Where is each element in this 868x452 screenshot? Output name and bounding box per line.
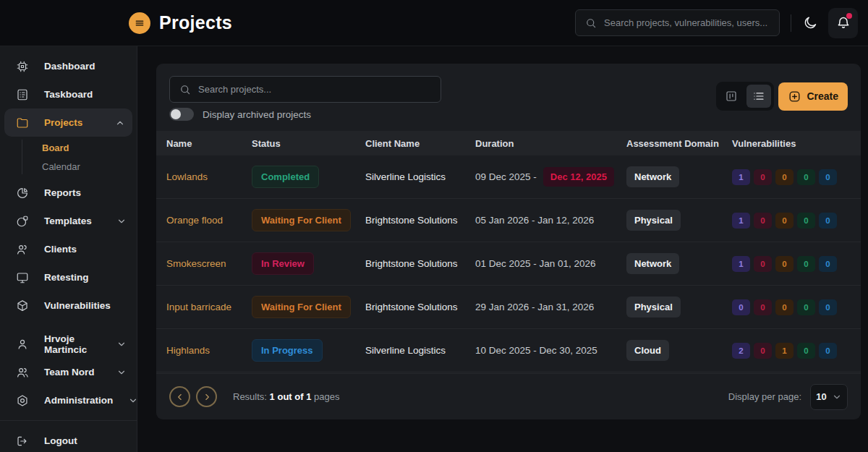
vulnerability-counts: 0 0 0 0 0	[732, 299, 861, 315]
project-name[interactable]: Lowlands	[166, 171, 252, 182]
domain-badge: Physical	[626, 297, 681, 317]
view-toggle-group	[716, 82, 774, 111]
panel-controls: Create	[716, 82, 848, 111]
moon-icon	[803, 15, 818, 30]
page-title: Projects	[159, 12, 232, 33]
main-content: Display archived projects	[137, 46, 868, 452]
vuln-high-count: 0	[754, 213, 772, 229]
project-name[interactable]: Highlands	[166, 345, 252, 356]
vulnerability-counts: 1 0 0 0 0	[732, 256, 861, 272]
sidebar: Dashboard Taskboard Projects Board Calen…	[0, 46, 137, 452]
sidebar-item-logout[interactable]: Logout	[0, 427, 137, 452]
theme-toggle-button[interactable]	[800, 12, 821, 33]
column-header-client: Client Name	[365, 138, 475, 149]
plus-square-icon	[788, 90, 801, 103]
archived-toggle[interactable]	[169, 108, 194, 121]
kanban-view-button[interactable]	[719, 85, 744, 108]
search-icon	[584, 17, 597, 30]
per-page-select[interactable]: 10	[810, 384, 848, 410]
create-button[interactable]: Create	[778, 82, 848, 111]
sidebar-divider	[0, 420, 137, 421]
vuln-info-count: 0	[819, 213, 837, 229]
per-page-label: Display per page:	[728, 391, 801, 402]
chevron-down-icon	[116, 339, 127, 349]
topbar-right	[575, 8, 858, 38]
vuln-info-count: 0	[819, 256, 837, 272]
table-row[interactable]: Lowlands Completed Silverline Logistics …	[156, 155, 861, 199]
chevron-down-icon	[116, 216, 127, 226]
sidebar-item-templates[interactable]: Templates	[0, 207, 137, 235]
notifications-button[interactable]	[828, 8, 858, 38]
project-name[interactable]: Smokescreen	[166, 258, 252, 269]
vuln-medium-count: 0	[775, 169, 793, 185]
projects-submenu: Board Calendar	[0, 137, 137, 177]
global-search-input[interactable]	[604, 17, 770, 28]
vuln-low-count: 0	[797, 299, 815, 315]
vuln-info-count: 0	[819, 343, 837, 359]
vulnerability-counts: 1 0 0 0 0	[732, 169, 861, 185]
sidebar-item-administration[interactable]: Administration	[0, 386, 137, 414]
sidebar-item-dashboard[interactable]: Dashboard	[0, 52, 137, 80]
vuln-critical-count: 1	[732, 169, 750, 185]
duration-cell: 29 Jan 2026 - Jan 31, 2026	[475, 302, 626, 312]
chevron-left-icon	[175, 392, 185, 402]
client-name: Brightstone Solutions	[365, 215, 475, 226]
sidebar-item-clients[interactable]: Clients	[0, 235, 137, 263]
duration-cell: 01 Dec 2025 - Jan 01, 2026	[475, 258, 626, 269]
per-page-control: Display per page: 10	[728, 384, 848, 410]
taskboard-icon	[16, 88, 29, 101]
sidebar-item-reports[interactable]: Reports	[0, 179, 137, 207]
menu-button[interactable]	[129, 12, 150, 34]
column-header-domain: Assessment Domain	[626, 138, 732, 149]
prev-page-button[interactable]	[169, 386, 190, 407]
vuln-info-count: 0	[819, 169, 837, 185]
list-view-button[interactable]	[746, 85, 771, 108]
archived-toggle-row: Display archived projects	[169, 108, 311, 121]
sidebar-item-projects[interactable]: Projects	[4, 108, 132, 137]
chevron-right-icon	[202, 392, 212, 402]
sidebar-item-team[interactable]: Team Nord	[0, 358, 137, 386]
table-row[interactable]: Smokescreen In Review Brightstone Soluti…	[156, 242, 861, 286]
chevron-down-icon	[128, 396, 138, 406]
sidebar-item-vulnerabilities[interactable]: Vulnerabilities	[0, 291, 137, 320]
vuln-high-count: 0	[754, 256, 772, 272]
vuln-medium-count: 1	[775, 343, 793, 359]
vuln-critical-count: 2	[732, 343, 750, 359]
column-header-vulnerabilities: Vulnerabilities	[732, 138, 861, 149]
results-suffix: pages	[314, 391, 339, 402]
gear-icon	[16, 394, 29, 407]
monitor-icon	[16, 271, 29, 284]
vulnerability-counts: 2 0 1 0 0	[732, 343, 861, 359]
logout-icon	[16, 435, 29, 448]
results-count: 1 out of 1	[270, 391, 312, 402]
sidebar-item-taskboard[interactable]: Taskboard	[0, 80, 137, 108]
pie-chart-icon	[16, 187, 29, 200]
users-icon	[16, 243, 29, 256]
vuln-info-count: 0	[819, 299, 837, 315]
sidebar-item-retesting[interactable]: Retesting	[0, 263, 137, 291]
next-page-button[interactable]	[196, 386, 217, 407]
vuln-low-count: 0	[797, 343, 815, 359]
sidebar-item-board[interactable]: Board	[42, 138, 137, 157]
table-row[interactable]: Input barricade Waiting For Client Brigh…	[156, 286, 861, 329]
projects-search-input[interactable]	[198, 84, 432, 95]
vuln-high-count: 0	[754, 299, 772, 315]
vuln-low-count: 0	[797, 256, 815, 272]
sidebar-item-user[interactable]: Hrvoje Martincic	[0, 330, 137, 358]
vuln-critical-count: 1	[732, 213, 750, 229]
column-header-duration: Duration	[475, 138, 626, 149]
divider	[791, 14, 791, 32]
project-name[interactable]: Input barricade	[166, 302, 252, 312]
table-row[interactable]: Orange flood Waiting For Client Brightst…	[156, 199, 861, 242]
status-badge: In Progress	[252, 339, 323, 362]
domain-badge: Cloud	[626, 340, 669, 361]
archived-toggle-label: Display archived projects	[203, 109, 311, 120]
vuln-medium-count: 0	[775, 213, 793, 229]
vulnerability-counts: 1 0 0 0 0	[732, 213, 861, 229]
sidebar-item-calendar[interactable]: Calendar	[42, 157, 137, 176]
toggle-knob	[171, 109, 181, 119]
project-name[interactable]: Orange flood	[166, 215, 252, 226]
vuln-low-count: 0	[797, 169, 815, 185]
chevron-down-icon	[832, 392, 842, 402]
table-row[interactable]: Highlands In Progress Silverline Logisti…	[156, 329, 861, 372]
